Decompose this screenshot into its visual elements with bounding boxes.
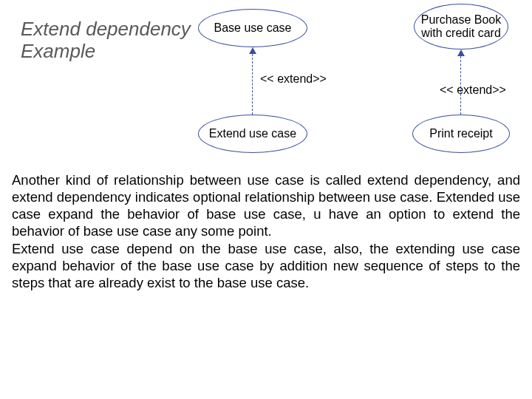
usecase-print-label: Print receipt [429,127,492,140]
title-line-2: Example [21,40,95,62]
usecase-print-receipt: Print receipt [412,115,510,153]
stereotype-left: << extend>> [260,72,327,86]
slide-title: Extend dependency Example [21,18,191,63]
extend-arrow-left-head [249,47,256,54]
extend-arrow-left-line [252,54,253,115]
usecase-base: Base use case [198,9,307,47]
stereotype-right: << extend>> [440,83,506,97]
usecase-base-label: Base use case [214,21,292,35]
usecase-purchase-label: Purchase Book with credit card [420,13,502,39]
extend-arrow-right-head [457,50,465,56]
usecase-extend: Extend use case [198,115,307,153]
paragraph-1: Another kind of relationship between use… [12,172,520,239]
usecase-extend-label: Extend use case [209,127,296,140]
usecase-purchase: Purchase Book with credit card [414,4,508,50]
title-line-1: Extend dependency [21,18,191,40]
paragraph-2: Extend use case depend on the base use c… [12,241,520,290]
body-text: Another kind of relationship between use… [12,171,520,291]
